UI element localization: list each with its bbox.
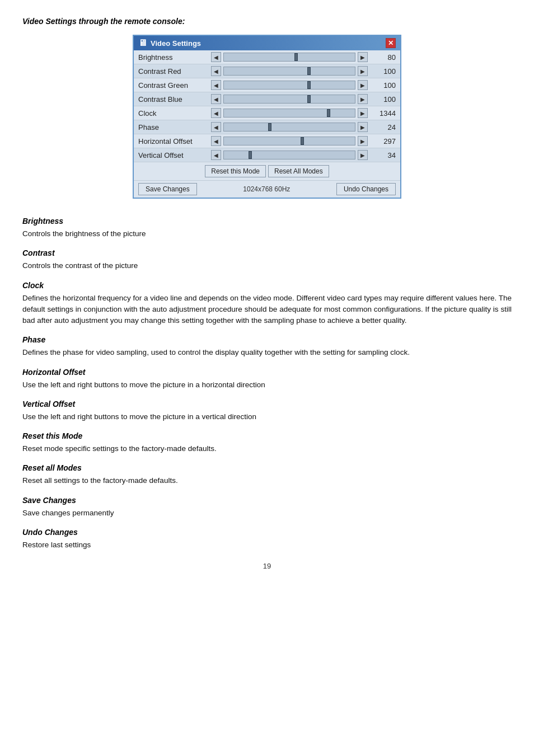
row-value-3: 100 xyxy=(368,95,396,104)
settings-row-clock: Clock ◀ ▶ 1344 xyxy=(134,106,400,120)
doc-heading-brightness: Brightness xyxy=(22,215,512,227)
doc-section-brightness: Brightness Controls the brightness of th… xyxy=(22,215,512,240)
mode-label: 1024x768 60Hz xyxy=(197,185,336,193)
slider-track-6[interactable] xyxy=(223,137,355,145)
doc-heading-reset-this-mode: Reset this Mode xyxy=(22,430,512,442)
slider-area-3: ◀ ▶ xyxy=(211,94,368,104)
slider-area-5: ◀ ▶ xyxy=(211,122,368,132)
arrow-right-5[interactable]: ▶ xyxy=(358,122,368,132)
row-value-2: 100 xyxy=(368,81,396,90)
slider-thumb-1 xyxy=(307,67,311,75)
slider-area-0: ◀ ▶ xyxy=(211,52,368,62)
slider-thumb-5 xyxy=(268,123,271,131)
arrow-left-0[interactable]: ◀ xyxy=(211,52,221,62)
row-value-5: 24 xyxy=(368,123,396,132)
settings-row-vertical-offset: Vertical Offset ◀ ▶ 34 xyxy=(134,148,400,162)
row-label-1: Contrast Red xyxy=(138,67,211,76)
doc-text-reset-all-modes: Reset all settings to the factory-made d… xyxy=(22,475,512,486)
doc-text-reset-this-mode: Reset mode specific settings to the fact… xyxy=(22,443,512,454)
settings-row-contrast-green: Contrast Green ◀ ▶ 100 xyxy=(134,78,400,92)
slider-thumb-0 xyxy=(294,53,298,61)
undo-changes-button[interactable]: Undo Changes xyxy=(336,183,396,195)
settings-row-horizontal-offset: Horizontal Offset ◀ ▶ 297 xyxy=(134,134,400,148)
arrow-right-0[interactable]: ▶ xyxy=(358,52,368,62)
slider-thumb-2 xyxy=(307,81,311,89)
arrow-left-2[interactable]: ◀ xyxy=(211,80,221,90)
slider-track-1[interactable] xyxy=(223,67,355,76)
settings-row-brightness: Brightness ◀ ▶ 80 xyxy=(134,50,400,64)
close-button[interactable]: ✕ xyxy=(386,38,396,48)
reset-all-modes-button[interactable]: Reset All Modes xyxy=(268,165,329,177)
row-label-6: Horizontal Offset xyxy=(138,137,211,145)
doc-section-contrast: Contrast Controls the contrast of the pi… xyxy=(22,247,512,271)
doc-text-save-changes: Save changes permanently xyxy=(22,508,512,519)
arrow-left-4[interactable]: ◀ xyxy=(211,108,221,118)
doc-heading-save-changes: Save Changes xyxy=(22,495,512,506)
row-label-2: Contrast Green xyxy=(138,81,211,90)
slider-track-2[interactable] xyxy=(223,81,355,90)
slider-track-3[interactable] xyxy=(223,95,355,104)
doc-text-undo-changes: Restore last settings xyxy=(22,539,512,551)
doc-text-vertical-offset: Use the left and right buttons to move t… xyxy=(22,411,512,422)
settings-row-contrast-blue: Contrast Blue ◀ ▶ 100 xyxy=(134,92,400,106)
slider-area-1: ◀ ▶ xyxy=(211,66,368,76)
doc-heading-horizontal-offset: Horizontal Offset xyxy=(22,367,512,378)
page-header: Video Settings through the remote consol… xyxy=(22,17,512,26)
slider-thumb-6 xyxy=(301,137,304,145)
slider-area-6: ◀ ▶ xyxy=(211,136,368,146)
arrow-left-6[interactable]: ◀ xyxy=(211,136,221,146)
dialog-body: Brightness ◀ ▶ 80 Contrast Red ◀ ▶ 100 C… xyxy=(134,50,400,162)
slider-area-4: ◀ ▶ xyxy=(211,108,368,118)
doc-section-reset-this-mode: Reset this Mode Reset mode specific sett… xyxy=(22,430,512,454)
slider-thumb-4 xyxy=(327,109,330,117)
row-value-4: 1344 xyxy=(368,109,396,118)
reset-this-mode-button[interactable]: Reset this Mode xyxy=(205,165,266,177)
slider-area-7: ◀ ▶ xyxy=(211,150,368,160)
slider-area-2: ◀ ▶ xyxy=(211,80,368,90)
dialog-title-left: 🖥 Video Settings xyxy=(138,38,201,48)
settings-row-phase: Phase ◀ ▶ 24 xyxy=(134,120,400,134)
video-icon: 🖥 xyxy=(138,38,147,48)
row-label-7: Vertical Offset xyxy=(138,151,211,159)
video-settings-dialog: 🖥 Video Settings ✕ Brightness ◀ ▶ 80 Con… xyxy=(133,35,401,199)
slider-track-7[interactable] xyxy=(223,151,355,159)
slider-thumb-3 xyxy=(307,95,311,103)
reset-buttons-row: Reset this Mode Reset All Modes xyxy=(134,162,400,181)
doc-section-reset-all-modes: Reset all Modes Reset all settings to th… xyxy=(22,462,512,486)
doc-text-phase: Defines the phase for video sampling, us… xyxy=(22,347,512,358)
settings-row-contrast-red: Contrast Red ◀ ▶ 100 xyxy=(134,64,400,78)
arrow-right-3[interactable]: ▶ xyxy=(358,94,368,104)
documentation: Brightness Controls the brightness of th… xyxy=(22,215,512,551)
doc-text-clock: Defines the horizontal frequency for a v… xyxy=(22,293,512,327)
doc-heading-reset-all-modes: Reset all Modes xyxy=(22,462,512,474)
row-value-0: 80 xyxy=(368,53,396,62)
arrow-right-1[interactable]: ▶ xyxy=(358,66,368,76)
slider-thumb-7 xyxy=(249,151,252,159)
row-label-4: Clock xyxy=(138,109,211,118)
row-label-5: Phase xyxy=(138,123,211,132)
arrow-right-6[interactable]: ▶ xyxy=(358,136,368,146)
save-changes-button[interactable]: Save Changes xyxy=(138,183,197,195)
doc-section-phase: Phase Defines the phase for video sampli… xyxy=(22,334,512,358)
doc-section-vertical-offset: Vertical Offset Use the left and right b… xyxy=(22,398,512,422)
doc-text-contrast: Controls the contrast of the picture xyxy=(22,260,512,271)
slider-track-4[interactable] xyxy=(223,109,355,118)
slider-track-0[interactable] xyxy=(223,53,355,62)
doc-heading-contrast: Contrast xyxy=(22,247,512,259)
page-number: 19 xyxy=(22,562,512,570)
arrow-right-7[interactable]: ▶ xyxy=(358,150,368,160)
arrow-right-4[interactable]: ▶ xyxy=(358,108,368,118)
arrow-left-3[interactable]: ◀ xyxy=(211,94,221,104)
arrow-left-5[interactable]: ◀ xyxy=(211,122,221,132)
arrow-right-2[interactable]: ▶ xyxy=(358,80,368,90)
doc-section-undo-changes: Undo Changes Restore last settings xyxy=(22,527,512,551)
doc-heading-phase: Phase xyxy=(22,334,512,346)
row-value-7: 34 xyxy=(368,151,396,159)
doc-heading-clock: Clock xyxy=(22,280,512,292)
arrow-left-1[interactable]: ◀ xyxy=(211,66,221,76)
dialog-title-bar: 🖥 Video Settings ✕ xyxy=(134,36,400,50)
doc-heading-undo-changes: Undo Changes xyxy=(22,527,512,538)
doc-heading-vertical-offset: Vertical Offset xyxy=(22,398,512,410)
arrow-left-7[interactable]: ◀ xyxy=(211,150,221,160)
slider-track-5[interactable] xyxy=(223,123,355,132)
